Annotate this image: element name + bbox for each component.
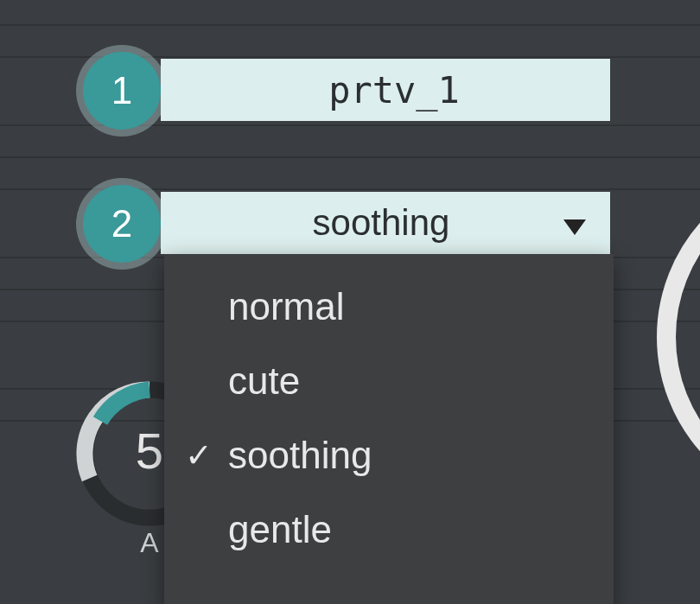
badge-2: 2: [83, 185, 161, 263]
menu-option-normal[interactable]: normal: [164, 270, 614, 344]
menu-option-label: cute: [228, 359, 300, 402]
preset-dropdown-selected: soothing: [187, 202, 576, 244]
menu-option-label: normal: [228, 285, 345, 327]
menu-option-gentle[interactable]: gentle: [164, 493, 614, 567]
check-icon: ✓: [185, 436, 213, 474]
chevron-down-icon: [563, 202, 586, 244]
preset-dropdown[interactable]: soothing: [161, 192, 610, 254]
large-dial-edge: [657, 164, 700, 510]
menu-option-label: gentle: [228, 508, 332, 550]
menu-option-soothing[interactable]: ✓ soothing: [164, 418, 614, 493]
preset-dropdown-menu: normal cute ✓ soothing gentle: [164, 254, 614, 604]
menu-option-label: soothing: [228, 434, 372, 476]
svg-marker-0: [563, 219, 586, 235]
badge-2-number: 2: [111, 202, 132, 245]
badge-1-number: 1: [111, 69, 132, 112]
badge-1: 1: [83, 52, 161, 130]
track-line: [0, 24, 700, 26]
name-input[interactable]: prtv_1: [161, 59, 610, 121]
track-line: [0, 156, 700, 158]
name-input-value: prtv_1: [178, 69, 610, 111]
menu-option-cute[interactable]: cute: [164, 344, 614, 418]
